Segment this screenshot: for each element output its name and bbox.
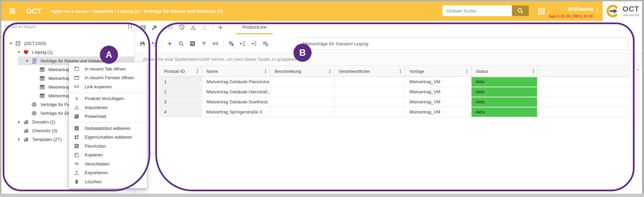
- tree-expander[interactable]: [15, 119, 22, 125]
- tree-item[interactable]: (OCT1020): [1, 39, 134, 48]
- tab-productline[interactable]: ProductLine: [236, 21, 273, 34]
- filter-button[interactable]: [198, 38, 210, 49]
- doc-edit-button[interactable]: [137, 22, 149, 33]
- rows-left-icon: [239, 40, 246, 47]
- tree-item-label: Dresden (2): [32, 119, 55, 125]
- column-label: Vorlage: [409, 69, 424, 74]
- undo-button[interactable]: [148, 38, 160, 49]
- global-search-button[interactable]: [512, 5, 529, 16]
- group-by-bar[interactable]: Ziehen Sie eine Spaltenüberschrift hierh…: [135, 53, 642, 66]
- link-icon: [212, 40, 219, 47]
- wrench-button[interactable]: [149, 22, 160, 33]
- tree-expander-empty: [31, 66, 38, 72]
- context-menu-item[interactable]: Globalattribut editieren: [69, 124, 147, 133]
- panel-splitter-handle[interactable]: [128, 24, 132, 29]
- context-menu-item[interactable]: Importieren: [69, 103, 147, 112]
- column-header[interactable]: Produkt-ID: [160, 66, 202, 77]
- context-menu-item-label: In neuem Tab öffnen: [85, 66, 126, 71]
- gear-icon: [31, 101, 37, 108]
- global-search-input[interactable]: [442, 5, 520, 16]
- rows-left-button[interactable]: [237, 38, 248, 49]
- column-menu-icon[interactable]: [195, 68, 200, 74]
- history-button[interactable]: [176, 22, 188, 33]
- column-menu-icon[interactable]: [327, 68, 332, 74]
- tree-expander[interactable]: [23, 58, 30, 64]
- table-cell: 3: [160, 97, 202, 107]
- grid-title-input[interactable]: [297, 37, 629, 50]
- building-icon: [23, 136, 29, 143]
- context-menu: In neuem Tab öffnenIn neuem Fenster öffn…: [69, 62, 147, 188]
- search-button[interactable]: [175, 38, 187, 49]
- context-menu-item[interactable]: Powerload: [69, 112, 147, 121]
- column-header[interactable]: Name: [202, 66, 270, 77]
- properties-icon: [74, 134, 80, 140]
- export-button[interactable]: [199, 22, 210, 33]
- plus-icon: [74, 96, 80, 102]
- table-cell: [270, 107, 334, 117]
- context-menu-item[interactable]: Eigenschaften editieren: [69, 133, 147, 142]
- toolbar-divider: [162, 23, 163, 32]
- caret-right-icon: [16, 119, 22, 125]
- logo-tagline: one cool tool: [623, 14, 639, 17]
- column-menu-icon[interactable]: [464, 68, 470, 74]
- context-menu-item[interactable]: Produkt hinzufügen: [69, 94, 147, 103]
- table-cell: Mietvertrag Gebäude Planckstra...: [202, 77, 270, 87]
- column-header[interactable]: Vorlage: [405, 66, 472, 77]
- column-header[interactable]: Beschreibung: [270, 66, 334, 77]
- column-menu-icon[interactable]: [398, 68, 403, 74]
- rows-save-button[interactable]: [226, 38, 237, 49]
- annotation-label-b: B: [293, 44, 312, 62]
- context-menu-item[interactable]: FlexAction: [69, 142, 147, 151]
- save-button[interactable]: [165, 22, 176, 33]
- column-header[interactable]: Status: [472, 66, 538, 77]
- tree-expander[interactable]: [7, 40, 13, 46]
- context-menu-item[interactable]: Link kopieren: [69, 82, 147, 91]
- search-icon: [517, 7, 524, 14]
- table-cell-status: Aktiv: [472, 97, 538, 107]
- column-menu-icon[interactable]: [531, 68, 536, 74]
- rows-right-button[interactable]: [248, 38, 260, 49]
- tree-search-input[interactable]: [1, 21, 134, 32]
- table-cell: [270, 77, 334, 87]
- context-menu-item[interactable]: Exportieren: [69, 168, 147, 178]
- column-menu-icon[interactable]: [263, 68, 268, 74]
- save-filled-button[interactable]: [137, 38, 148, 49]
- plus-button[interactable]: [164, 38, 175, 49]
- menu-button[interactable]: [7, 6, 17, 16]
- context-menu-item-label: Globalattribut editieren: [85, 126, 130, 131]
- table-cell: Mietvertrag_VM: [405, 97, 472, 107]
- rows-save-icon: [228, 40, 235, 47]
- database-icon: [15, 40, 21, 47]
- table-row[interactable]: 4Mietvertrag Springerstraße 3Mietvertrag…: [160, 107, 630, 117]
- context-menu-item[interactable]: In neuem Tab öffnen: [69, 64, 147, 73]
- status-badge: Aktiv: [472, 97, 537, 107]
- scroll-up-icon[interactable]: [635, 67, 640, 72]
- link-icon: [74, 84, 80, 90]
- contract-icon: [31, 58, 37, 64]
- rows-history-icon: [262, 40, 269, 47]
- table-row[interactable]: 3Mietvertrag Gebäude Goethestr. 1Mietver…: [160, 97, 630, 107]
- tree-expander[interactable]: [15, 49, 22, 55]
- table-row[interactable]: 1Mietvertrag Gebäude Planckstra...Mietve…: [160, 77, 630, 87]
- context-menu-item[interactable]: In neuem Fenster öffnen: [69, 73, 147, 83]
- search-box-button[interactable]: [187, 38, 198, 49]
- link-button[interactable]: [210, 38, 221, 49]
- search-box-icon: [189, 40, 196, 47]
- rows-history-button[interactable]: [260, 38, 271, 49]
- context-menu-item-label: FlexAction: [85, 144, 106, 149]
- plus-button[interactable]: [215, 22, 226, 33]
- context-menu-item[interactable]: Kopieren: [69, 151, 147, 160]
- table-row[interactable]: 2Mietvertrag Gebäude Hainstraß...Mietver…: [160, 87, 630, 97]
- user-menu-kebab-icon[interactable]: [594, 7, 600, 13]
- context-menu-item-label: Eigenschaften editieren: [85, 135, 132, 140]
- import-button[interactable]: [188, 22, 199, 33]
- tree-item-label: Leipzig (1): [32, 50, 53, 55]
- context-menu-item[interactable]: Löschen: [69, 177, 147, 186]
- context-menu-item-label: Importieren: [85, 105, 108, 110]
- context-menu-item[interactable]: Verschieben: [69, 159, 147, 168]
- tree-expander[interactable]: [15, 136, 22, 142]
- grid-toolbar: [135, 34, 642, 53]
- column-header[interactable]: Verantwortlicher: [334, 66, 405, 77]
- vertical-scrollbar[interactable]: [635, 66, 640, 119]
- group-by-hint: Ziehen Sie eine Spaltenüberschrift hierh…: [143, 57, 298, 62]
